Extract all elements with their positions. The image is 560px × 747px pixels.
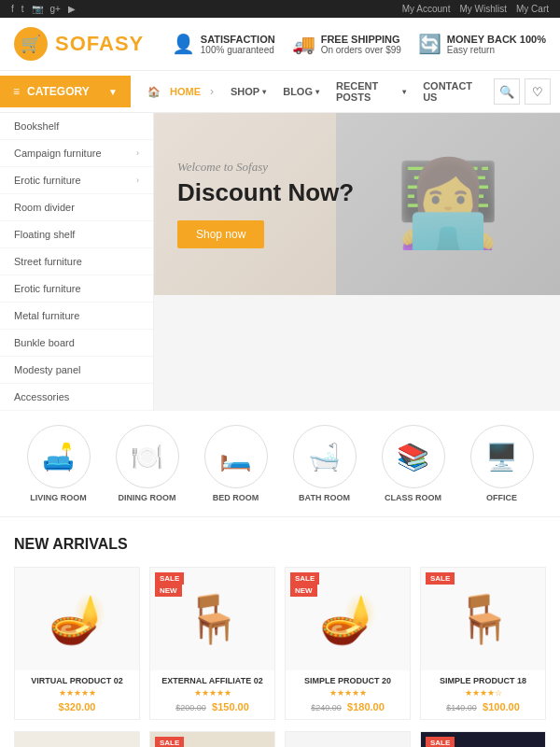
room-item-class[interactable]: 📚 CLASS ROOM — [382, 425, 445, 502]
product-price-1: $320.00 — [21, 700, 133, 713]
sidebar-item-bunkle[interactable]: Bunkle board — [0, 330, 153, 357]
sale-badge-6: SALE — [155, 737, 184, 747]
hero-content: Welcome to Sofasy Discount Now? Shop now — [154, 141, 377, 267]
sidebar-item-modesty[interactable]: Modesty panel — [0, 357, 153, 384]
bath-room-icon: 🛁 — [293, 425, 357, 488]
product-image-5: 🪑 — [15, 732, 139, 747]
product-card-6[interactable]: SALE 🪑 COFFEE TABLE — [149, 731, 275, 747]
sidebar-item-metal[interactable]: Metal furniture — [0, 303, 153, 330]
my-cart-link[interactable]: My Cart — [516, 4, 549, 14]
product-stars-2: ★★★★★ — [156, 688, 269, 698]
bed-room-icon: 🛏️ — [204, 425, 268, 488]
sidebar-item-erotic2[interactable]: Erotic furniture — [0, 275, 153, 303]
product-card-3[interactable]: SALE NEW 🪔 SIMPLE PRODUCT 20 ★★★★★ $240.… — [285, 567, 411, 720]
wishlist-button[interactable]: ♡ — [525, 78, 551, 105]
twitter-icon[interactable]: t — [21, 4, 24, 14]
product-image-8: SALE 🏮 — [421, 732, 545, 747]
category-button[interactable]: ≡ CATEGORY ▼ — [0, 76, 131, 107]
nav-bar: ≡ CATEGORY ▼ 🏠 HOME › SHOP ▾ BLOG ▾ RECE… — [0, 71, 560, 113]
instagram-icon[interactable]: 📷 — [32, 4, 43, 14]
category-label: CATEGORY — [27, 85, 90, 98]
products-grid-row2: 🪑 ROUND TABLE SALE 🪑 COFFEE TABLE 💡 DESK… — [14, 731, 546, 747]
price-value-2: $150.00 — [212, 701, 249, 712]
sidebar-arrow: › — [136, 148, 139, 158]
product-card-2[interactable]: SALE NEW 🪑 EXTERNAL AFFILIATE 02 ★★★★★ $… — [149, 567, 275, 720]
product-info-4: SIMPLE PRODUCT 18 ★★★★☆ $140.00 $100.00 — [421, 670, 545, 719]
facebook-icon[interactable]: f — [11, 4, 14, 14]
satisfaction-text: SATISFACTION 100% guaranteed — [201, 34, 275, 55]
menu-icon: ≡ — [13, 85, 20, 98]
sidebar-item-accessories[interactable]: Accessories — [0, 384, 153, 411]
room-item-office[interactable]: 🖥️ OFFICE — [470, 425, 534, 502]
product-card-8[interactable]: SALE 🏮 LANTERN LIGHT — [420, 731, 546, 747]
shop-now-button[interactable]: Shop now — [177, 220, 264, 248]
logo[interactable]: 🛒 SOFASY — [14, 27, 144, 61]
product-stars-3: ★★★★★ — [291, 688, 404, 698]
moneyback-icon: 🔄 — [418, 33, 441, 55]
old-price-2: $200.00 — [175, 703, 206, 712]
my-wishlist-link[interactable]: My Wishlist — [459, 4, 507, 14]
blog-link[interactable]: BLOG ▾ — [275, 77, 327, 106]
sidebar-item-campaign[interactable]: Campaign furniture› — [0, 140, 153, 167]
sale-badge-2: SALE — [155, 572, 184, 585]
product-image-7: 💡 — [286, 732, 410, 747]
search-button[interactable]: 🔍 — [494, 78, 520, 105]
sale-badge-3: SALE — [290, 572, 319, 585]
contact-link[interactable]: CONTACT US — [415, 71, 484, 112]
old-price-3: $240.00 — [311, 703, 342, 712]
recent-posts-link[interactable]: RECENT POSTS ▾ — [329, 71, 413, 112]
old-price-4: $140.00 — [446, 703, 477, 712]
sidebar-item-street[interactable]: Street furniture — [0, 248, 153, 275]
header-features: 👤 SATISFACTION 100% guaranteed 🚚 FREE SH… — [172, 33, 546, 55]
price-value-4: $100.00 — [483, 701, 520, 712]
product-image-6: SALE 🪑 — [150, 732, 274, 747]
class-room-label: CLASS ROOM — [385, 493, 441, 502]
feature-satisfaction: 👤 SATISFACTION 100% guaranteed — [172, 33, 275, 55]
room-categories: 🛋️ LIVING ROOM 🍽️ DINING ROOM 🛏️ BED ROO… — [0, 411, 560, 517]
sale-badge-8: SALE — [426, 737, 455, 747]
hero-subtitle: Welcome to Sofasy — [177, 160, 354, 175]
room-item-bath[interactable]: 🛁 BATH ROOM — [293, 425, 357, 502]
room-item-living[interactable]: 🛋️ LIVING ROOM — [27, 425, 91, 502]
account-links: My Account My Wishlist My Cart — [402, 4, 549, 14]
nav-actions: 🔍 ♡ — [494, 78, 560, 105]
home-link[interactable]: HOME — [170, 86, 201, 97]
sidebar-item-bookshelf[interactable]: Bookshelf — [0, 113, 153, 140]
room-item-bed[interactable]: 🛏️ BED ROOM — [204, 425, 268, 502]
nav-links: 🏠 HOME › SHOP ▾ BLOG ▾ RECENT POSTS ▾ CO… — [131, 71, 494, 112]
products-grid-row1: 🪔 VIRTUAL PRODUCT 02 ★★★★★ $320.00 SALE … — [14, 567, 546, 720]
divider: › — [210, 85, 214, 98]
shop-link[interactable]: SHOP ▾ — [223, 77, 273, 106]
sidebar-item-room-divider[interactable]: Room divider — [0, 194, 153, 221]
product-card-1[interactable]: 🪔 VIRTUAL PRODUCT 02 ★★★★★ $320.00 — [14, 567, 140, 720]
satisfaction-icon: 👤 — [172, 33, 195, 55]
product-name-2: EXTERNAL AFFILIATE 02 — [156, 676, 269, 685]
product-name-1: VIRTUAL PRODUCT 02 — [21, 676, 133, 685]
product-stars-4: ★★★★☆ — [427, 688, 539, 698]
product-stars-1: ★★★★★ — [21, 688, 133, 698]
youtube-icon[interactable]: ▶ — [68, 4, 76, 14]
product-info-2: EXTERNAL AFFILIATE 02 ★★★★★ $200.00 $150… — [150, 670, 274, 719]
shipping-text: FREE SHIPPING On orders over $99 — [321, 34, 401, 55]
top-bar: f t 📷 g+ ▶ My Account My Wishlist My Car… — [0, 0, 560, 18]
sidebar-item-erotic1[interactable]: Erotic furniture› — [0, 167, 153, 194]
product-image-2: SALE NEW 🪑 — [150, 568, 274, 670]
product-card-4[interactable]: SALE 🪑 SIMPLE PRODUCT 18 ★★★★☆ $140.00 $… — [420, 567, 546, 720]
room-item-dining[interactable]: 🍽️ DINING ROOM — [116, 425, 179, 502]
bath-room-label: BATH ROOM — [299, 493, 350, 502]
living-room-icon: 🛋️ — [27, 425, 91, 488]
hero-title: Discount Now? — [177, 179, 354, 206]
new-arrivals-section: NEW ARRIVALS ‹ › 🪔 VIRTUAL PRODUCT 02 ★★… — [0, 517, 560, 747]
product-card-7[interactable]: 💡 DESK LAMP — [285, 731, 411, 747]
class-room-icon: 📚 — [382, 425, 445, 488]
new-badge-3: NEW — [290, 585, 317, 597]
my-account-link[interactable]: My Account — [402, 4, 451, 14]
section-header: NEW ARRIVALS ‹ › — [14, 536, 546, 553]
feature-moneyback: 🔄 MONEY BACK 100% Easy return — [418, 33, 546, 55]
product-card-5[interactable]: 🪑 ROUND TABLE — [14, 731, 140, 747]
office-label: OFFICE — [486, 493, 517, 502]
googleplus-icon[interactable]: g+ — [50, 4, 61, 14]
new-arrivals-title: NEW ARRIVALS — [14, 536, 128, 552]
sidebar-item-floating[interactable]: Floating shelf — [0, 221, 153, 248]
logo-text: SOFASY — [55, 32, 144, 56]
